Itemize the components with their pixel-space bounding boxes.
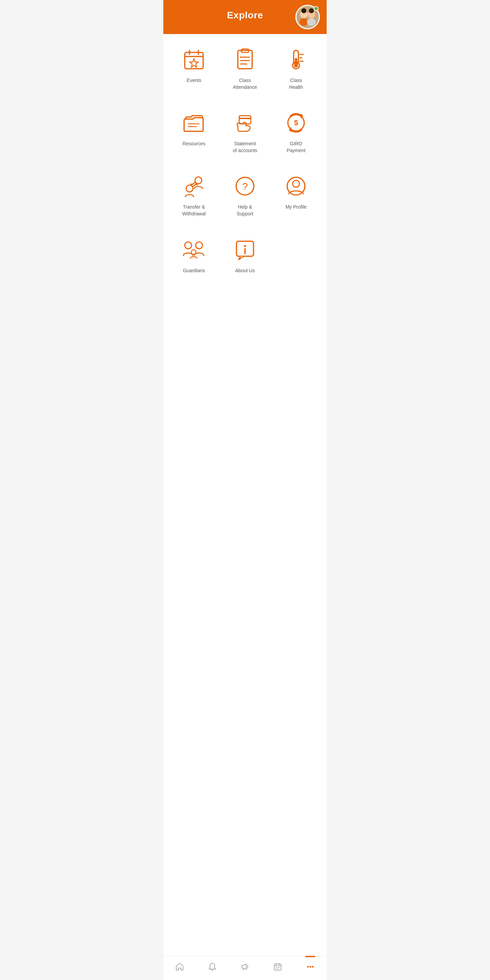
menu-item-events[interactable]: Events: [170, 39, 218, 95]
nav-schedule[interactable]: [268, 960, 288, 973]
svg-point-4: [309, 8, 314, 13]
menu-item-transfer-withdrawal[interactable]: Transfer &Withdrawal: [170, 166, 218, 222]
svg-point-35: [293, 180, 299, 187]
bottom-navigation: [163, 956, 327, 980]
my-profile-label: My Profile: [285, 204, 307, 211]
active-indicator: [305, 956, 315, 957]
resources-icon: [180, 109, 208, 137]
header: Explore: [163, 0, 327, 34]
class-attendance-icon: [231, 46, 259, 73]
svg-point-36: [185, 242, 192, 249]
menu-item-resources[interactable]: Resources: [170, 102, 218, 159]
avatar-container[interactable]: [295, 5, 320, 29]
menu-item-guardians[interactable]: Guardians: [170, 229, 218, 279]
svg-point-50: [310, 966, 311, 968]
class-health-label: ClassHealth: [289, 77, 303, 91]
transfer-withdrawal-label: Transfer &Withdrawal: [182, 204, 205, 217]
nav-announcements[interactable]: [235, 960, 255, 973]
class-attendance-label: ClassAttendance: [233, 77, 257, 91]
online-indicator: [314, 6, 318, 11]
guardians-label: Guardians: [183, 267, 205, 274]
svg-point-37: [196, 242, 202, 249]
svg-point-31: [186, 185, 193, 192]
grid-row-2: Resources Statementof accounts: [170, 102, 320, 159]
nav-more[interactable]: [301, 960, 320, 973]
grid-row-4: Guardians About Us: [170, 229, 320, 279]
svg-point-40: [244, 245, 246, 247]
menu-item-help-support[interactable]: ? Help &Support: [221, 166, 269, 222]
svg-point-38: [191, 250, 196, 255]
events-icon: [180, 46, 208, 73]
svg-rect-43: [274, 964, 281, 970]
svg-point-6: [307, 18, 316, 26]
svg-text:$: $: [294, 118, 298, 127]
svg-rect-7: [185, 52, 203, 69]
help-support-label: Help &Support: [237, 204, 253, 217]
svg-point-30: [195, 177, 202, 184]
grid-row-3: Transfer &Withdrawal ? Help &Support: [170, 166, 320, 222]
my-profile-icon: [282, 172, 310, 200]
giro-payment-label: GIROPayment: [286, 140, 305, 154]
giro-payment-icon: $: [282, 109, 310, 137]
nav-notifications[interactable]: [202, 960, 222, 973]
page-title: Explore: [227, 10, 263, 21]
guardians-icon: [180, 236, 208, 263]
svg-point-49: [307, 966, 309, 968]
menu-item-about-us[interactable]: About Us: [221, 229, 269, 279]
svg-point-5: [299, 18, 308, 26]
main-content: Events ClassAttendance: [163, 29, 327, 980]
about-us-label: About Us: [235, 267, 255, 274]
svg-marker-11: [189, 59, 198, 67]
statement-accounts-icon: [231, 109, 259, 137]
statement-accounts-label: Statementof accounts: [233, 140, 257, 154]
class-health-icon: [282, 46, 310, 73]
menu-item-statement-accounts[interactable]: Statementof accounts: [221, 102, 269, 159]
menu-item-my-profile[interactable]: My Profile: [272, 166, 320, 222]
svg-rect-12: [238, 50, 252, 69]
menu-item-giro-payment[interactable]: $ GIROPayment: [272, 102, 320, 159]
nav-home[interactable]: [170, 960, 189, 973]
grid-row-1: Events ClassAttendance: [170, 39, 320, 95]
svg-point-2: [301, 8, 307, 13]
svg-text:?: ?: [242, 181, 248, 192]
about-us-icon: [231, 236, 259, 263]
help-support-icon: ?: [231, 172, 259, 200]
menu-item-class-health[interactable]: ClassHealth: [272, 39, 320, 95]
menu-item-class-attendance[interactable]: ClassAttendance: [221, 39, 269, 95]
svg-point-23: [294, 63, 298, 67]
transfer-withdrawal-icon: [180, 172, 208, 200]
resources-label: Resources: [183, 140, 205, 147]
svg-point-51: [312, 966, 314, 968]
events-label: Events: [187, 77, 202, 84]
